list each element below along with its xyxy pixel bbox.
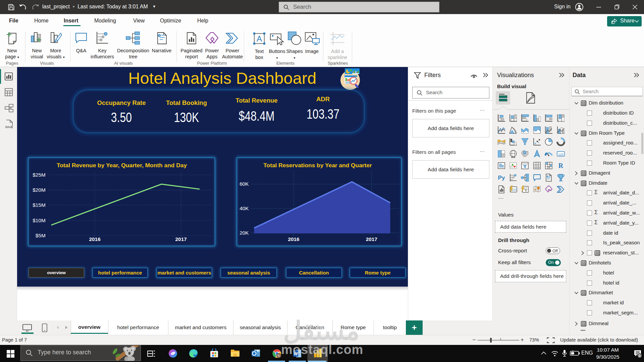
svg-text:2017: 2017 <box>175 236 187 242</box>
svg-text:$5M: $5M <box>36 233 46 238</box>
svg-text:40K: 40K <box>239 205 249 211</box>
svg-text:123: 123 <box>558 153 563 156</box>
svg-text:$15M: $15M <box>33 202 45 208</box>
svg-text:R: R <box>558 162 564 169</box>
svg-text:Total Reservations by Year and: Total Reservations by Year and Quarter <box>263 162 372 169</box>
svg-text:n: n <box>278 354 279 357</box>
svg-text:2016: 2016 <box>288 236 299 242</box>
svg-text:60K: 60K <box>239 181 249 187</box>
svg-text:2017: 2017 <box>366 236 377 242</box>
svg-text:2016: 2016 <box>89 236 101 242</box>
svg-text:1: 1 <box>639 354 641 358</box>
svg-text:A: A <box>257 34 262 43</box>
svg-text:Total Revenue by Year, Quarter: Total Revenue by Year, Quarter, Month an… <box>57 162 187 169</box>
svg-text:$20M: $20M <box>33 187 45 193</box>
svg-text:Py: Py <box>498 175 505 181</box>
svg-text:20K: 20K <box>239 230 249 236</box>
svg-text:$25M: $25M <box>33 172 45 178</box>
svg-text:$10M: $10M <box>33 218 45 223</box>
svg-text:DAX: DAX <box>5 125 12 129</box>
